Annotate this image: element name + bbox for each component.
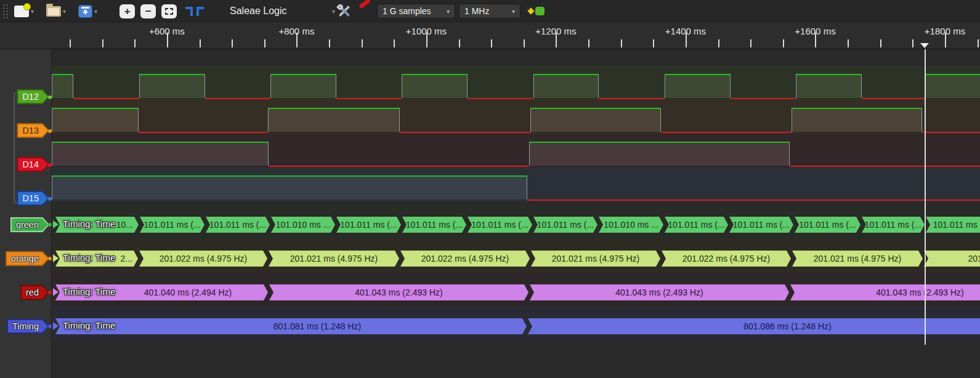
analyzer-label-green[interactable]: green: [10, 217, 49, 233]
ruler-tick: [621, 39, 622, 47]
app-title: Saleae Logic: [230, 0, 287, 22]
ruler-time-label: +1200 ms: [535, 26, 576, 36]
save-icon: [78, 5, 92, 18]
pulse-edge-icon-1[interactable]: [185, 7, 193, 16]
zoom-out-button[interactable]: −: [140, 4, 156, 18]
orange-measurement-bubble[interactable]: 201.022 ms (4.975 Hz): [400, 251, 530, 267]
green-measurement-bubble[interactable]: 101.011 ms (...: [468, 217, 532, 233]
analyzer-label-Timing-text: Timing: [8, 320, 48, 333]
green-measurement-bubble[interactable]: 101.011 ms (...: [140, 217, 205, 233]
save-dropdown-caret-icon[interactable]: ▾: [94, 8, 97, 15]
green-measurement-bubble[interactable]: 101.011 ms (...: [729, 217, 793, 233]
sample-count-select[interactable]: 1 G samples ▾: [377, 4, 455, 18]
ruler-time-label: +1600 ms: [795, 26, 835, 36]
ruler-tick: [524, 39, 525, 47]
ruler-tick: [978, 39, 979, 47]
ruler-tick: [264, 39, 265, 47]
green-measurement-bubble[interactable]: 101.011 ms (...: [533, 217, 597, 233]
orange-measurement-bubble[interactable]: 201.022 m: [924, 251, 980, 267]
Timing-measurement-bubble[interactable]: 801.081 ms (1.248 Hz): [55, 318, 527, 334]
red-measurement-bubble[interactable]: 401.040 ms (2.494 Hz): [55, 284, 268, 300]
channel-label-D13-text: D13: [18, 124, 48, 137]
wave-high-segment-D14: [529, 142, 790, 166]
tools-wrench-icon[interactable]: [338, 4, 351, 18]
wave-high-segment-D12: [402, 74, 468, 98]
trigger-marker-icon[interactable]: [920, 43, 929, 48]
sample-rate-caret-icon: ▾: [506, 8, 515, 15]
ruler-tick: [880, 39, 881, 47]
wave-low-segment-D12: [599, 98, 665, 99]
orange-measurement-bubble[interactable]: 201.022 ms (4.975 Hz): [139, 251, 267, 267]
ruler-tick: [102, 39, 103, 47]
orange-measurement-bubble[interactable]: 201.021 ms (4.975 Hz): [269, 251, 399, 267]
channel-label-D12[interactable]: D12: [17, 89, 49, 105]
green-measurement-bubble[interactable]: 101.011 ms (: [926, 217, 980, 233]
wave-high-segment-D13: [792, 108, 922, 132]
ruler-time-label: +600 ms: [149, 26, 185, 36]
open-button[interactable]: [34, 6, 61, 17]
channel-label-D15[interactable]: D15: [17, 191, 49, 206]
analyzer-label-orange-text: orange: [7, 252, 48, 265]
zoom-in-button[interactable]: +: [119, 4, 135, 18]
red-measurement-bubble[interactable]: 401.043 ms (2.493 Hz): [790, 284, 980, 300]
sample-count-caret-icon: ▾: [440, 8, 450, 15]
saleae-logic-window: ▾ ▾ ▾ + − Saleae Logic ▾ 1 G samples ▾ 1…: [0, 0, 980, 378]
orange-measurement-bubble[interactable]: 201.022 ms (4.975 Hz): [662, 251, 791, 267]
zoom-fit-button[interactable]: [161, 4, 177, 18]
green-measurement-bubble[interactable]: 101.011 ms (...: [206, 217, 270, 233]
timeline-ruler[interactable]: +600 ms+800 ms+1000 ms+1200 ms+1400 ms+1…: [0, 22, 980, 49]
new-capture-button[interactable]: [9, 6, 29, 17]
wave-high-segment-D13: [530, 108, 661, 132]
green-measurement-bubble[interactable]: 101.011 ms (...: [862, 217, 925, 233]
wave-low-segment-D12: [862, 98, 925, 99]
ruler-tick: [750, 39, 751, 47]
sample-count-value: 1 G samples: [383, 6, 431, 16]
timing-cursor-line[interactable]: [925, 49, 926, 345]
wave-high-segment-D12: [925, 74, 980, 98]
orange-measurement-bubble[interactable]: 201.021 ms (4.975 Hz): [531, 251, 660, 267]
save-button[interactable]: [66, 5, 92, 18]
ruler-tick: [783, 39, 784, 47]
toolbar-drag-handle-icon[interactable]: [2, 4, 9, 18]
ruler-tick: [848, 39, 849, 47]
ruler-time-label: +1000 ms: [406, 26, 447, 36]
pulse-edge-icon-2[interactable]: [196, 7, 204, 16]
green-measurement-bubble[interactable]: 101.011 ms (...: [402, 217, 466, 233]
ruler-tick: [394, 39, 395, 47]
ruler-tick: [362, 39, 363, 47]
channel-label-D13[interactable]: D13: [17, 123, 49, 139]
wave-low-segment-D13: [661, 132, 792, 133]
green-measurement-bubble[interactable]: 101.010 ms ...: [271, 217, 335, 233]
waveform-plot[interactable]: 10...101.011 ms (...101.011 ms (...101.0…: [51, 49, 980, 378]
sample-rate-select[interactable]: 1 MHz ▾: [459, 4, 520, 18]
wave-high-segment-D13: [52, 108, 139, 132]
wave-high-segment-D14: [52, 142, 269, 166]
channel-label-D14[interactable]: D14: [17, 157, 49, 172]
green-measurement-bubble[interactable]: 101.011 ms (...: [665, 217, 728, 233]
wave-high-segment-D12: [796, 74, 862, 98]
green-measurement-bubble[interactable]: 10...: [55, 217, 139, 233]
green-measurement-bubble[interactable]: 101.011 ms (...: [336, 217, 401, 233]
red-measurement-bubble[interactable]: 401.043 ms (2.493 Hz): [530, 284, 789, 300]
red-measurement-bubble[interactable]: 401.043 ms (2.493 Hz): [269, 284, 528, 300]
title-dropdown-caret-icon[interactable]: ▾: [332, 8, 335, 15]
analyzer-label-orange[interactable]: orange: [6, 251, 49, 267]
Timing-measurement-bubble[interactable]: 801.086 ms (1.248 Hz): [528, 318, 980, 334]
green-measurement-bubble[interactable]: 101.010 ms ...: [599, 217, 663, 233]
device-status-icon[interactable]: [528, 7, 547, 15]
green-measurement-bubble[interactable]: 101.011 ms (...: [795, 217, 861, 233]
ruler-tick: [232, 39, 233, 47]
orange-measurement-bubble[interactable]: 201.021 ms (4.975 Hz): [792, 251, 923, 267]
orange-measurement-bubble[interactable]: 2...: [55, 251, 138, 267]
wave-high-segment-D12: [665, 74, 731, 98]
ruler-tick: [70, 39, 71, 47]
wave-high-segment-D12: [52, 74, 73, 98]
wave-high-segment-D13: [268, 108, 400, 132]
analyzer-label-Timing[interactable]: Timing: [7, 319, 49, 334]
probe-icon[interactable]: [360, 4, 375, 18]
wave-high-segment-D12: [139, 74, 205, 98]
fit-screen-icon: [165, 8, 173, 15]
ruler-tick: [491, 39, 492, 47]
wave-low-segment-D12: [73, 98, 139, 99]
wave-low-segment-D12: [336, 98, 402, 99]
